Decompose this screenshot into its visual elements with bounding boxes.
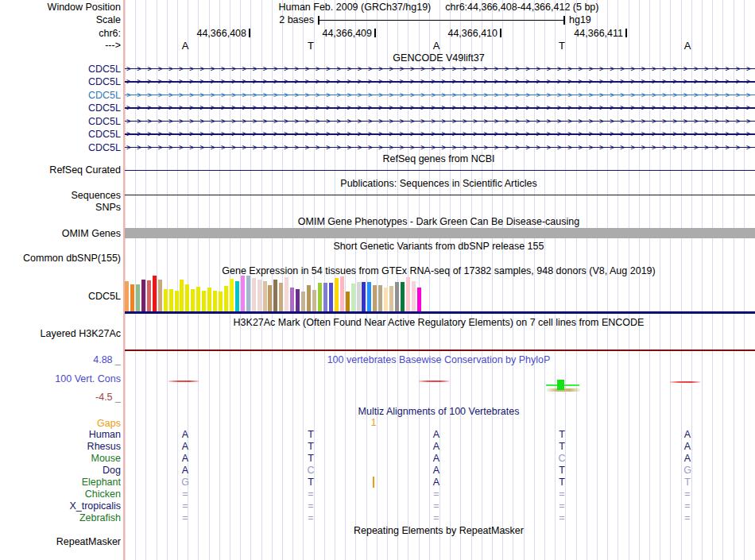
repeatmasker-label[interactable]: RepeatMasker [0, 536, 121, 547]
gtex-tissue-bar[interactable] [357, 282, 361, 311]
gtex-tissue-bar[interactable] [130, 284, 134, 311]
gtex-tissue-bar[interactable] [312, 290, 316, 311]
species-name-label[interactable]: Dog [0, 465, 121, 477]
gtex-tissue-bar[interactable] [136, 284, 140, 311]
gtex-tissue-bar[interactable] [263, 281, 267, 311]
gtex-tissue-bar[interactable] [406, 277, 410, 311]
multiz-species-row[interactable]: HumanATATA [0, 429, 755, 441]
gtex-tissue-bar[interactable] [164, 289, 168, 311]
gtex-tissue-bar[interactable] [185, 284, 189, 311]
gtex-tissue-bar[interactable] [296, 289, 300, 311]
gtex-tissue-bar[interactable] [412, 281, 416, 311]
gtex-tissue-bar[interactable] [346, 292, 350, 311]
gtex-tissue-bar[interactable] [279, 283, 283, 311]
gtex-tissue-bar[interactable] [230, 279, 234, 311]
common-dbsnp-label[interactable]: Common dbSNP(155) [0, 253, 121, 264]
gtex-tissue-bar[interactable] [141, 280, 145, 311]
gtex-tissue-bar[interactable] [202, 291, 206, 311]
refseq-gene-line[interactable] [125, 170, 755, 172]
multiz-species-row[interactable]: DogACATG [0, 465, 755, 477]
gtex-tissue-bar[interactable] [285, 277, 288, 311]
strand-arrows: >>>>>>>>>>>>>>>>>>>>>>>>>>>>>>>>>>>>>>>>… [126, 102, 755, 114]
gtex-tissue-bar[interactable] [301, 292, 305, 311]
gencode-transcript-row[interactable]: >>>>>>>>>>>>>>>>>>>>>>>>>>>>>>>>>>>>>>>>… [125, 102, 755, 114]
multiz-gaps-label[interactable]: Gaps [0, 418, 121, 429]
gtex-tissue-bar[interactable] [147, 280, 151, 311]
gtex-tissue-bar[interactable] [373, 285, 377, 311]
multiz-species-row[interactable]: Chicken===== [0, 489, 755, 500]
gtex-tissue-bar[interactable] [417, 288, 421, 311]
gtex-tissue-bar[interactable] [395, 282, 399, 311]
gencode-transcript-row[interactable]: >>>>>>>>>>>>>>>>>>>>>>>>>>>>>>>>>>>>>>>>… [125, 128, 755, 141]
gtex-tissue-bar[interactable] [153, 276, 157, 311]
sequences-label[interactable]: Sequences [0, 190, 121, 201]
gencode-transcript-label[interactable]: CDC5L [0, 128, 121, 141]
multiz-species-row[interactable]: X_tropicalis===== [0, 500, 755, 512]
gtex-tissue-bar[interactable] [219, 292, 223, 311]
gencode-transcript-label[interactable]: CDC5L [0, 63, 121, 75]
gtex-tissue-bar[interactable] [213, 291, 217, 311]
publications-sequence-line[interactable] [125, 195, 755, 196]
species-name-label[interactable]: X_tropicalis [0, 500, 121, 512]
gtex-tissue-bar[interactable] [335, 278, 339, 311]
gtex-tissue-bar[interactable] [169, 289, 173, 311]
species-name-label[interactable]: Mouse [0, 453, 121, 465]
omim-genes-label[interactable]: OMIM Genes [0, 228, 121, 239]
species-name-label[interactable]: Chicken [0, 489, 121, 500]
gtex-gene-label[interactable]: CDC5L [0, 291, 121, 302]
gtex-tissue-bar[interactable] [252, 278, 256, 311]
multiz-species-row[interactable]: ElephantGTATT [0, 477, 755, 489]
gtex-tissue-bar[interactable] [351, 284, 355, 311]
snps-label[interactable]: SNPs [0, 202, 121, 213]
gtex-tissue-bar[interactable] [329, 283, 333, 311]
gtex-tissue-bar[interactable] [367, 282, 371, 311]
gtex-tissue-bar[interactable] [273, 280, 277, 311]
gtex-tissue-bar[interactable] [224, 286, 228, 311]
reference-base: T [553, 40, 571, 52]
gtex-tissue-bar[interactable] [241, 276, 245, 311]
gencode-transcript-row[interactable]: >>>>>>>>>>>>>>>>>>>>>>>>>>>>>>>>>>>>>>>>… [125, 75, 755, 88]
gtex-tissue-bar[interactable] [196, 287, 200, 311]
gtex-tissue-bar[interactable] [401, 282, 405, 311]
gtex-tissue-bar[interactable] [175, 291, 179, 311]
species-name-label[interactable]: Rhesus [0, 441, 121, 453]
gencode-transcript-row[interactable]: >>>>>>>>>>>>>>>>>>>>>>>>>>>>>>>>>>>>>>>>… [125, 115, 755, 128]
gtex-tissue-bar[interactable] [378, 285, 382, 311]
gtex-tissue-bar[interactable] [207, 288, 211, 311]
species-name-label[interactable]: Human [0, 429, 121, 441]
gencode-transcript-label[interactable]: CDC5L [0, 115, 121, 128]
species-name-label[interactable]: Elephant [0, 477, 121, 489]
species-name-label[interactable]: Zebrafish [0, 512, 121, 524]
gtex-tissue-bar[interactable] [257, 280, 261, 311]
gtex-tissue-bar[interactable] [235, 281, 239, 311]
gencode-transcript-label[interactable]: CDC5L [0, 102, 121, 114]
gtex-tissue-bar[interactable] [180, 280, 184, 311]
refseq-curated-label[interactable]: RefSeq Curated [0, 164, 121, 176]
gencode-transcript-label[interactable]: CDC5L [0, 141, 121, 154]
gencode-transcript-label[interactable]: CDC5L [0, 75, 121, 88]
gtex-tissue-bar[interactable] [191, 289, 195, 311]
phylop-track-label[interactable]: 100 Vert. Cons [0, 373, 121, 384]
gencode-transcript-row[interactable]: >>>>>>>>>>>>>>>>>>>>>>>>>>>>>>>>>>>>>>>>… [125, 63, 755, 75]
gtex-tissue-bar[interactable] [307, 285, 311, 311]
gtex-tissue-bar[interactable] [362, 282, 366, 311]
gencode-transcript-row[interactable]: >>>>>>>>>>>>>>>>>>>>>>>>>>>>>>>>>>>>>>>>… [125, 141, 755, 154]
omim-gene-bar[interactable] [125, 228, 755, 238]
gtex-tissue-bar[interactable] [340, 276, 344, 311]
gtex-tissue-bar[interactable] [125, 281, 129, 311]
gencode-transcript-label[interactable]: CDC5L [0, 89, 121, 102]
gencode-transcript-row[interactable]: >>>>>>>>>>>>>>>>>>>>>>>>>>>>>>>>>>>>>>>>… [125, 89, 755, 102]
multiz-species-row[interactable]: MouseATACA [0, 453, 755, 465]
layered-h3k27ac-label[interactable]: Layered H3K27Ac [0, 328, 121, 339]
gtex-tissue-bar[interactable] [246, 276, 250, 311]
multiz-species-row[interactable]: RhesusATATA [0, 441, 755, 453]
gtex-tissue-bar[interactable] [384, 288, 388, 311]
gtex-tissue-bar[interactable] [290, 288, 294, 311]
gtex-tissue-bar[interactable] [323, 283, 327, 311]
aligned-base: A [679, 441, 696, 453]
gtex-tissue-bar[interactable] [268, 285, 272, 311]
gtex-tissue-bar[interactable] [389, 286, 393, 311]
gtex-tissue-bar[interactable] [318, 283, 322, 311]
multiz-species-row[interactable]: Zebrafish===== [0, 512, 755, 524]
gtex-tissue-bar[interactable] [158, 280, 162, 311]
